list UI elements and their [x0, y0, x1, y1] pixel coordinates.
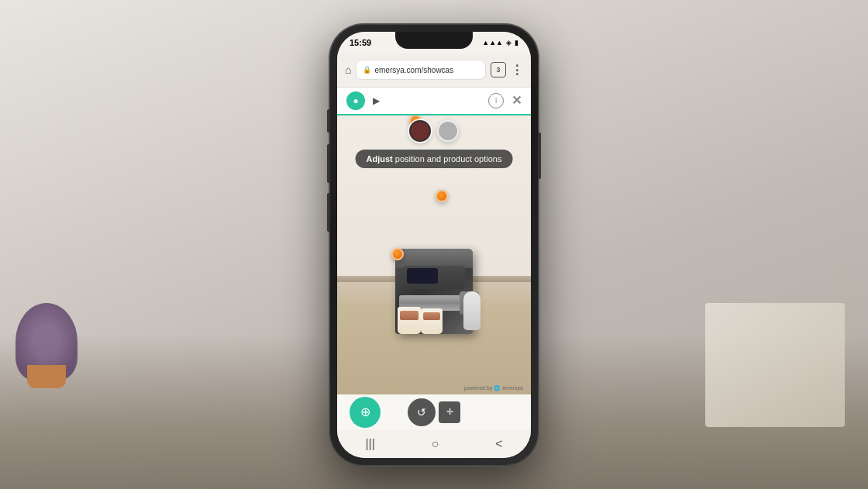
phone-volume-down-button — [327, 193, 330, 232]
scan-icon: ⊕ — [360, 405, 370, 419]
phone-mockup: 15:59 ▲▲▲ ◈ ▮ ⌂ 🔒 emersya.com/showcas 3 … — [329, 24, 539, 466]
color-swatches-container — [401, 115, 467, 146]
nav-back-button[interactable]: < — [495, 437, 502, 451]
browser-tabs-button[interactable]: 3 — [491, 62, 506, 77]
browser-bar: ⌂ 🔒 emersya.com/showcas 3 ⋮ — [337, 53, 531, 88]
machine-display — [407, 268, 438, 284]
battery-icon: ▮ — [515, 39, 518, 46]
browser-url: emersya.com/showcas — [374, 66, 453, 74]
phone-power-button — [538, 133, 541, 179]
phone-mute-button — [327, 109, 330, 133]
milk-frother — [463, 291, 480, 330]
status-icons: ▲▲▲ ◈ ▮ — [482, 39, 518, 46]
play-button[interactable]: ▶ — [373, 95, 380, 106]
ar-center-controls: ↺ ✛ — [408, 398, 460, 426]
ar-toolbar-bottom: ⊕ ↺ ✛ — [337, 394, 531, 430]
palette-button[interactable]: ● — [346, 91, 365, 110]
adjust-tooltip: Adjust position and product options — [356, 150, 513, 168]
ar-toolbar-top: ● ▶ i ✕ — [337, 88, 531, 115]
info-icon: i — [495, 96, 497, 105]
close-button[interactable]: ✕ — [512, 93, 522, 108]
lock-icon: 🔒 — [363, 66, 371, 74]
cup-left-liquid — [400, 311, 418, 320]
browser-menu-button[interactable]: ⋮ — [511, 63, 523, 77]
cup-right — [421, 308, 443, 334]
move-button[interactable]: ✛ — [439, 401, 460, 423]
ar-viewer: ● ▶ i ✕ Adjust position and product — [337, 88, 531, 430]
powered-by-label: powered by 🌐 emersya — [464, 385, 523, 391]
nav-bars-button[interactable]: ||| — [365, 437, 374, 451]
rotate-icon: ↺ — [417, 406, 426, 418]
phone-bottom-nav: ||| ○ < — [337, 430, 531, 458]
signal-icon: ▲▲▲ — [482, 39, 503, 46]
palette-icon: ● — [353, 95, 358, 106]
move-icon: ✛ — [446, 407, 453, 417]
ar-control-dot-middle[interactable] — [436, 190, 448, 202]
tooltip-bold-text: Adjust — [367, 154, 393, 164]
status-time: 15:59 — [350, 38, 371, 47]
tooltip-rest-text: position and product options — [393, 154, 502, 164]
nav-home-button[interactable]: ○ — [432, 437, 439, 451]
wifi-icon: ◈ — [506, 39, 512, 46]
cup-right-liquid — [423, 312, 440, 320]
ar-scan-button[interactable]: ⊕ — [350, 397, 381, 428]
browser-home-icon[interactable]: ⌂ — [345, 64, 351, 76]
bg-plant-pot — [27, 365, 66, 388]
swatch-dark-red[interactable] — [409, 120, 431, 142]
rotate-button[interactable]: ↺ — [408, 398, 436, 426]
bg-box-right — [705, 303, 845, 427]
swatch-gray[interactable] — [437, 120, 459, 142]
browser-address-bar[interactable]: 🔒 emersya.com/showcas — [356, 60, 486, 80]
phone-body: 15:59 ▲▲▲ ◈ ▮ ⌂ 🔒 emersya.com/showcas 3 … — [329, 24, 539, 466]
phone-screen: 15:59 ▲▲▲ ◈ ▮ ⌂ 🔒 emersya.com/showcas 3 … — [337, 32, 531, 458]
info-button[interactable]: i — [488, 93, 504, 108]
phone-volume-up-button — [327, 144, 330, 183]
phone-notch — [395, 32, 473, 49]
cup-left — [398, 307, 421, 334]
